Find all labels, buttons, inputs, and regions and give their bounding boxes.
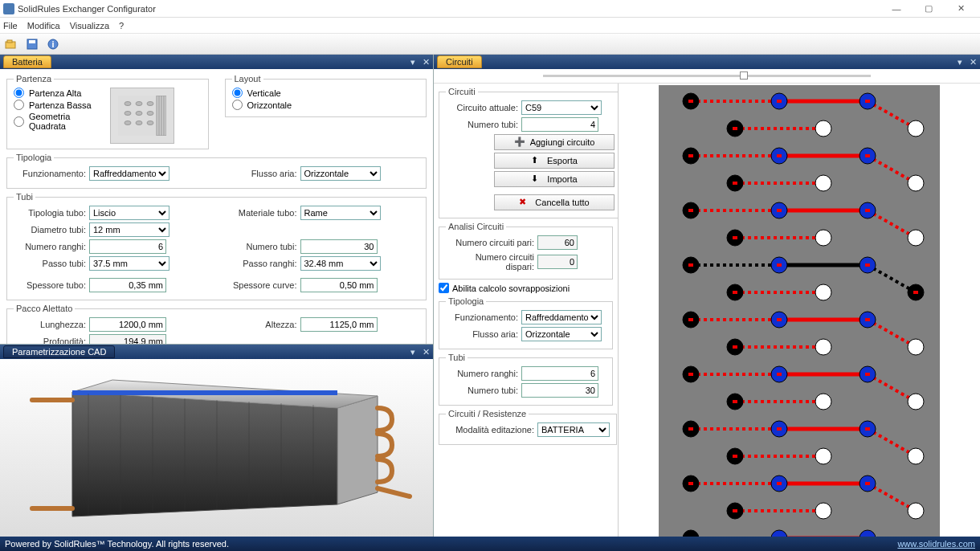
lunghezza-input[interactable] xyxy=(89,317,166,332)
menu-file[interactable]: File xyxy=(3,21,18,31)
partenza-bassa-radio[interactable] xyxy=(14,100,24,110)
tipologia-tubo-select[interactable]: Liscio xyxy=(89,206,169,220)
partenza-alta-radio[interactable] xyxy=(14,88,24,98)
flusso-select[interactable]: Orizzontale xyxy=(300,166,381,181)
toolbar-info-icon[interactable]: i xyxy=(45,36,61,52)
flusso-c-label: Flusso aria: xyxy=(446,329,518,339)
ranghi-c-label: Numero ranghi: xyxy=(446,369,518,378)
pari-label: Numero circuiti pari: xyxy=(446,238,534,247)
svg-rect-104 xyxy=(733,345,737,349)
layout-orizzontale-radio[interactable] xyxy=(232,100,243,110)
passo-tubi-select[interactable]: 37.5 mm xyxy=(89,256,169,271)
batteria-panel-header: Batteria ▾ ✕ xyxy=(0,55,433,69)
diametro-select[interactable]: 12 mm xyxy=(89,222,169,237)
cad-panel-header: Parametrizzazione CAD ▾ ✕ xyxy=(0,345,433,359)
svg-rect-1 xyxy=(7,40,12,43)
circuiti-properties: Circuiti Circuito attuale:C59 Numero tub… xyxy=(434,84,619,537)
menu-modifica[interactable]: Modifica xyxy=(27,21,60,31)
circuiti-panel-dropdown-icon[interactable]: ▾ xyxy=(954,56,966,67)
layout-verticale-radio[interactable] xyxy=(232,88,243,98)
plus-icon: ➕ xyxy=(514,137,525,148)
panel-close-icon[interactable]: ✕ xyxy=(420,56,431,67)
funzionamento-select[interactable]: Raffreddamento xyxy=(89,166,169,181)
funz-c-select[interactable]: Raffreddamento xyxy=(521,310,602,324)
svg-point-14 xyxy=(136,121,142,125)
spessore-tubo-input[interactable] xyxy=(89,278,166,292)
svg-point-133 xyxy=(815,448,831,464)
circuito-attuale-select[interactable]: C59 xyxy=(521,100,602,115)
svg-rect-128 xyxy=(865,427,870,431)
cad-tab[interactable]: Parametrizzazione CAD xyxy=(3,345,115,358)
zoom-slider[interactable] xyxy=(434,69,980,84)
numero-c-input[interactable] xyxy=(521,383,598,398)
svg-rect-118 xyxy=(733,400,737,403)
circuiti-panel-close-icon[interactable]: ✕ xyxy=(967,56,978,67)
abilita-sovrapposizioni-checkbox[interactable] xyxy=(439,283,449,293)
numero-tubi-input[interactable] xyxy=(300,239,378,254)
ranghi-input[interactable] xyxy=(89,239,166,254)
toolbar-open-icon[interactable] xyxy=(3,36,19,52)
menubar: File Modifica Visualizza ? xyxy=(0,18,980,34)
tipologia-c-group: Tipologia Funzionamento:Raffreddamento F… xyxy=(439,296,613,349)
esporta-button[interactable]: ⬆Esporta xyxy=(494,153,615,169)
geometria-quadrata-radio[interactable] xyxy=(14,116,24,127)
import-icon: ⬇ xyxy=(531,173,542,185)
svg-rect-83 xyxy=(777,263,782,267)
panel-dropdown-icon[interactable]: ▾ xyxy=(407,56,419,67)
modalita-select[interactable]: BATTERIA xyxy=(537,422,610,437)
svg-rect-126 xyxy=(777,427,782,431)
svg-rect-39 xyxy=(688,100,693,103)
batteria-panel-body: Partenza Partenza Alta Partenza Bassa Ge… xyxy=(0,69,433,344)
aggiungi-circuito-button[interactable]: ➕Aggiungi circuito xyxy=(494,134,615,150)
svg-line-26 xyxy=(378,488,410,496)
menu-help[interactable]: ? xyxy=(119,21,124,31)
svg-rect-3 xyxy=(29,40,35,43)
spessore-curve-input[interactable] xyxy=(300,278,378,292)
menu-visualizza[interactable]: Visualizza xyxy=(70,21,109,31)
spessore-curve-label: Spessore curve: xyxy=(225,280,297,290)
cr-legend: Circuiti / Resistenze xyxy=(446,409,529,418)
svg-rect-87 xyxy=(913,291,918,294)
ranghi-c-input[interactable] xyxy=(521,366,598,381)
close-button[interactable]: ✕ xyxy=(945,0,977,18)
svg-point-154 xyxy=(860,530,876,537)
passo-ranghi-select[interactable]: 32.48 mm xyxy=(300,256,381,271)
numero-c-label: Numero tubi: xyxy=(446,386,518,395)
batteria-tab[interactable]: Batteria xyxy=(3,55,51,68)
footer-link[interactable]: www.solidrules.com xyxy=(897,539,975,549)
tipologia-tubo-label: Tipologia tubo: xyxy=(14,208,86,218)
importa-button[interactable]: ⬇Importa xyxy=(494,171,615,187)
cad-panel-close-icon[interactable]: ✕ xyxy=(420,346,431,357)
circuiti-tab[interactable]: Circuiti xyxy=(437,55,482,68)
cad-3d-view[interactable] xyxy=(0,359,433,537)
cad-panel-dropdown-icon[interactable]: ▾ xyxy=(407,346,419,357)
svg-point-8 xyxy=(136,102,142,106)
profondita-label: Profondità: xyxy=(14,337,86,344)
numero-tubi-c-input[interactable] xyxy=(521,117,598,132)
svg-rect-41 xyxy=(777,100,782,103)
svg-rect-100 xyxy=(865,318,870,321)
cr-group: Circuiti / Resistenze Modalità editazion… xyxy=(439,409,617,445)
circuit-viewer[interactable] xyxy=(619,84,980,537)
pacco-group: Pacco Alettato Lunghezza: Profondità: Al… xyxy=(6,304,427,344)
svg-rect-71 xyxy=(865,209,870,212)
svg-point-129 xyxy=(908,448,924,464)
titlebar: SolidRules Exchanger Configurator — ▢ ✕ xyxy=(0,0,980,18)
svg-rect-98 xyxy=(777,318,782,321)
altezza-input[interactable] xyxy=(300,317,378,332)
materiale-select[interactable]: Rame xyxy=(300,206,381,220)
circuit-diagram xyxy=(659,85,940,537)
svg-point-62 xyxy=(815,175,831,191)
partenza-preview xyxy=(110,88,174,144)
svg-marker-20 xyxy=(72,392,337,516)
svg-rect-110 xyxy=(688,373,693,376)
svg-point-44 xyxy=(908,120,924,137)
tubi-group: Tubi Tipologia tubo:Liscio Diametro tubi… xyxy=(6,192,427,300)
cancella-tutto-button[interactable]: ✖Cancella tutto xyxy=(494,194,615,210)
maximize-button[interactable]: ▢ xyxy=(913,0,945,18)
minimize-button[interactable]: — xyxy=(880,0,913,18)
flusso-c-select[interactable]: Orizzontale xyxy=(521,327,602,341)
pari-input xyxy=(537,235,578,250)
toolbar-save-icon[interactable] xyxy=(24,36,40,52)
svg-point-119 xyxy=(815,394,831,410)
